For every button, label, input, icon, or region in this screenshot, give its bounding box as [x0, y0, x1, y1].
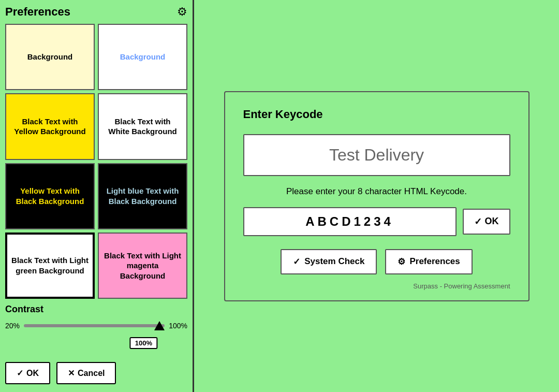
dialog-ok-button[interactable]: ✓ OK: [463, 209, 510, 235]
check-icon: ✓: [17, 368, 23, 378]
color-option-black-yellow[interactable]: Yellow Text with Black Background: [5, 163, 95, 229]
contrast-min-label: 20%: [5, 322, 20, 330]
slider-container: 100%: [24, 318, 165, 333]
preferences-gear-icon: ⚙: [398, 256, 405, 267]
cancel-button[interactable]: ✕ Cancel: [56, 362, 116, 384]
color-option-green[interactable]: Black Text with Light green Background: [5, 233, 95, 299]
preferences-button[interactable]: ⚙ Preferences: [385, 249, 472, 274]
bottom-buttons: ✓ OK ✕ Cancel: [5, 362, 187, 387]
system-check-icon: ✓: [293, 256, 300, 267]
delivery-box: Test Delivery: [243, 134, 510, 176]
contrast-label: Contrast: [5, 304, 187, 315]
keycode-input-row: ✓ OK: [243, 207, 510, 236]
dialog-instruction: Please enter your 8 character HTML Keyco…: [243, 186, 510, 197]
color-option-yellow[interactable]: Black Text with Yellow Background: [5, 93, 95, 159]
keycode-dialog: Enter Keycode Test Delivery Please enter…: [224, 91, 529, 301]
dialog-footer: Surpass - Powering Assessment: [243, 282, 510, 290]
contrast-section: Contrast 20% 100% 100%: [5, 304, 187, 333]
dialog-action-row: ✓ System Check ⚙ Preferences: [243, 249, 510, 274]
system-check-button[interactable]: ✓ System Check: [281, 249, 377, 274]
left-panel: Preferences ⚙ Background Background Blac…: [0, 0, 194, 392]
right-panel: Enter Keycode Test Delivery Please enter…: [194, 0, 559, 392]
slider-value-bubble: 100%: [130, 337, 157, 349]
panel-header: Preferences ⚙: [5, 5, 187, 19]
color-option-white[interactable]: Black Text with White Background: [98, 93, 187, 159]
color-option-pink[interactable]: Black Text with Light magenta Background: [98, 233, 187, 299]
ok-button[interactable]: ✓ OK: [5, 362, 50, 384]
dialog-title: Enter Keycode: [243, 108, 510, 121]
contrast-max-label: 100%: [169, 322, 187, 330]
contrast-slider-row: 20% 100% 100%: [5, 318, 187, 333]
color-option-black-blue[interactable]: Light blue Text with Black Background: [98, 163, 187, 229]
x-icon: ✕: [68, 368, 75, 378]
color-option-light-yellow[interactable]: Background: [5, 24, 95, 90]
color-option-white-blue[interactable]: Background: [98, 24, 187, 90]
color-options-grid: Background Background Black Text with Ye…: [5, 24, 187, 299]
keycode-input[interactable]: [243, 207, 457, 236]
panel-title: Preferences: [5, 5, 70, 19]
ok-check-icon: ✓: [474, 216, 482, 227]
gear-icon[interactable]: ⚙: [177, 5, 187, 19]
contrast-slider[interactable]: [24, 324, 165, 327]
